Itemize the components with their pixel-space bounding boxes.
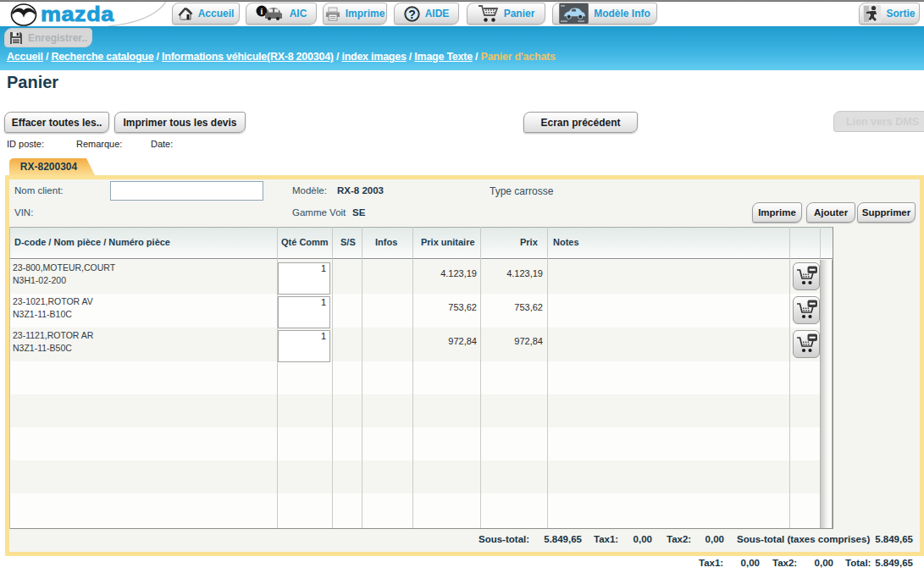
svg-text:?: ? bbox=[408, 7, 416, 20]
svg-text:i: i bbox=[260, 7, 263, 16]
